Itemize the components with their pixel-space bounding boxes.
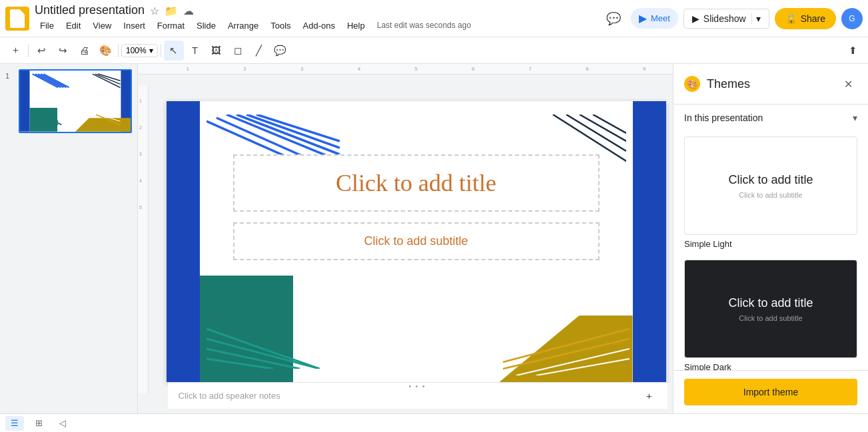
subtitle-placeholder: Click to add subtitle (364, 234, 468, 248)
account-button[interactable]: G (841, 8, 863, 29)
menu-edit[interactable]: Edit (61, 18, 86, 33)
slide-canvas[interactable]: Click to add title Click to add subtitle (167, 101, 666, 382)
comments-button[interactable]: 💬 (602, 7, 626, 31)
collapse-panel-button[interactable]: ⬆ (843, 41, 863, 61)
main-content: 1 (0, 64, 868, 413)
print-button[interactable]: 🖨 (74, 41, 94, 61)
themes-title: Themes (707, 77, 832, 91)
ruler-tick-4: 4 (330, 67, 388, 72)
slide-thumbnail-1[interactable] (19, 69, 132, 133)
redo-button[interactable]: ↪ (53, 41, 73, 61)
canvas-area: 1 2 3 4 5 6 7 8 9 1 2 3 4 5 (138, 64, 673, 413)
menu-insert[interactable]: Insert (118, 18, 151, 33)
theme-preview-light-sub: Click to add subtitle (739, 191, 802, 199)
slideshow-button[interactable]: ▶ Slideshow ▾ (683, 9, 769, 29)
cursor-tool[interactable]: ↖ (164, 41, 184, 61)
ruler-tick-5: 5 (388, 67, 445, 72)
slide-border-left (167, 101, 200, 382)
filmstrip-view-button[interactable]: ☰ (5, 416, 24, 431)
zoom-level: 100% (126, 46, 147, 55)
menu-addons[interactable]: Add-ons (298, 18, 340, 33)
undo-button[interactable]: ↩ (31, 41, 51, 61)
slideshow-dropdown-arrow[interactable]: ▾ (751, 13, 761, 24)
slide-border-right (633, 101, 666, 382)
themes-section-label: In this presentation (684, 112, 763, 123)
toolbar: ＋ ↩ ↪ 🖨 🎨 100% ▾ ↖ T 🖼 ◻ ╱ 💬 ⬆ (0, 37, 868, 64)
theme-item-simple-dark[interactable]: Click to add title Click to add subtitle… (684, 260, 857, 370)
import-theme-button[interactable]: Import theme (684, 379, 857, 405)
theme-preview-dark: Click to add title Click to add subtitle (684, 260, 857, 358)
shape-tool[interactable]: ◻ (228, 41, 248, 61)
themes-panel: 🎨 Themes ✕ In this presentation ▾ Click … (673, 64, 868, 413)
themes-section-header: In this presentation ▾ (673, 105, 868, 131)
theme-name-light: Simple Light (684, 239, 857, 249)
slideshow-icon: ▶ (692, 13, 699, 24)
menu-format[interactable]: Format (152, 18, 190, 33)
title-text-box[interactable]: Click to add title (233, 154, 600, 212)
ruler-ticks: 1 2 3 4 5 6 7 8 9 (138, 67, 673, 72)
theme-preview-light-title: Click to add title (728, 173, 813, 187)
top-bar: Untitled presentation ☆ 📁 ☁ File Edit Vi… (0, 0, 868, 37)
ruler-tick-7: 7 (502, 67, 559, 72)
svg-line-29 (207, 339, 320, 369)
bottom-bar: ☰ ⊞ ◁ (0, 413, 868, 432)
share-button[interactable]: 🔒 Share (775, 8, 836, 29)
meet-button[interactable]: ▶ Meet (631, 8, 678, 29)
theme-name-dark: Simple Dark (684, 362, 857, 370)
line-tool[interactable]: ╱ (249, 41, 269, 61)
image-tool[interactable]: 🖼 (207, 41, 226, 61)
subtitle-text-box[interactable]: Click to add subtitle (233, 222, 600, 260)
themes-close-button[interactable]: ✕ (839, 75, 857, 93)
menu-help[interactable]: Help (342, 18, 370, 33)
meet-icon: ▶ (639, 12, 647, 25)
svg-rect-1 (20, 71, 30, 132)
v-tick-2: 2 (139, 125, 142, 130)
notes-placeholder[interactable]: Click to add speaker notes (179, 391, 280, 401)
document-title[interactable]: Untitled presentation (35, 3, 145, 18)
star-icon[interactable]: ☆ (150, 5, 159, 17)
app-logo[interactable] (5, 7, 29, 31)
ruler-horizontal: 1 2 3 4 5 6 7 8 9 (138, 64, 673, 75)
menu-view[interactable]: View (87, 18, 117, 33)
paint-format-button[interactable]: 🎨 (95, 41, 115, 61)
slideshow-label: Slideshow (703, 13, 746, 24)
ruler-tick-3: 3 (273, 67, 330, 72)
ruler-tick-8: 8 (559, 67, 616, 72)
theme-item-simple-light[interactable]: Click to add title Click to add subtitle… (684, 136, 857, 249)
grid-view-button[interactable]: ⊞ (29, 416, 48, 431)
toolbar-separator-2 (118, 44, 119, 57)
themes-content: Click to add title Click to add subtitle… (673, 131, 868, 370)
zoom-control[interactable]: 100% ▾ (121, 44, 158, 57)
text-tool[interactable]: T (185, 41, 205, 61)
notes-right-actions: + (640, 386, 659, 406)
v-tick-4: 4 (139, 178, 142, 183)
notes-drag-handle[interactable]: • • • (408, 383, 426, 390)
lock-icon: 🔒 (785, 13, 797, 24)
notes-action-button[interactable]: + (640, 386, 659, 406)
collapse-sidebar-button[interactable]: ◁ (53, 416, 72, 431)
themes-section-arrow[interactable]: ▾ (853, 112, 857, 123)
menu-file[interactable]: File (35, 18, 59, 33)
toolbar-separator-3 (161, 44, 161, 57)
v-tick-1: 1 (139, 99, 142, 103)
slide-deco-gold-lines (503, 322, 630, 375)
top-right-actions: 💬 ▶ Meet ▶ Slideshow ▾ 🔒 Share G (602, 7, 863, 31)
last-edit-label: Last edit was seconds ago (377, 21, 471, 30)
toolbar-separator-1 (28, 44, 29, 57)
title-placeholder: Click to add title (336, 170, 496, 196)
ruler-vertical: 1 2 3 4 5 (138, 85, 149, 393)
folder-icon[interactable]: 📁 (165, 5, 178, 17)
svg-line-27 (593, 114, 626, 133)
cloud-icon[interactable]: ☁ (183, 5, 194, 17)
slide-thumb-inner (20, 71, 131, 132)
menu-slide[interactable]: Slide (191, 18, 221, 33)
comment-tool[interactable]: 💬 (270, 41, 290, 61)
themes-icon: 🎨 (684, 76, 700, 92)
share-label: Share (801, 13, 825, 24)
svg-line-28 (207, 329, 320, 369)
menu-arrange[interactable]: Arrange (222, 18, 264, 33)
add-button[interactable]: ＋ (5, 41, 25, 61)
menu-tools[interactable]: Tools (265, 18, 296, 33)
ruler-tick-1: 1 (159, 67, 217, 72)
notes-area: • • • Click to add speaker notes + (168, 382, 667, 409)
